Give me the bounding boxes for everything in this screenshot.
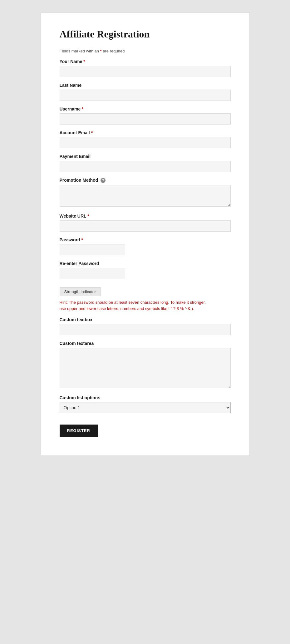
reenter-password-input[interactable] xyxy=(60,268,125,279)
custom-textarea-label: Custom textarea xyxy=(60,341,231,346)
your-name-input[interactable] xyxy=(60,66,231,77)
reenter-password-group: Re-enter Password xyxy=(60,261,231,279)
username-input[interactable] xyxy=(60,113,231,125)
account-email-required-star: * xyxy=(91,130,93,135)
password-required-star: * xyxy=(81,237,83,242)
username-label: Username * xyxy=(60,106,231,111)
custom-textbox-input[interactable] xyxy=(60,324,231,335)
custom-textarea-group: Custom textarea xyxy=(60,341,231,390)
last-name-input[interactable] xyxy=(60,90,231,101)
promotion-method-label: Promotion Method ? xyxy=(60,178,231,183)
custom-textbox-group: Custom textbox xyxy=(60,317,231,335)
strength-indicator-badge: Strength indicator xyxy=(60,287,101,296)
username-required-star: * xyxy=(82,106,83,111)
custom-list-options-group: Custom list options Option 1 Option 2 Op… xyxy=(60,395,231,413)
reenter-password-label: Re-enter Password xyxy=(60,261,231,266)
username-group: Username * xyxy=(60,106,231,125)
payment-email-group: Payment Email xyxy=(60,154,231,172)
custom-list-options-select[interactable]: Option 1 Option 2 Option 3 xyxy=(60,402,231,413)
website-url-required-star: * xyxy=(87,214,89,219)
promotion-method-textarea[interactable] xyxy=(60,185,231,207)
last-name-label: Last Name xyxy=(60,83,231,88)
register-button[interactable]: REGISTER xyxy=(60,425,98,437)
password-label: Password * xyxy=(60,237,231,242)
required-note: Fields marked with an * are required xyxy=(60,49,231,53)
page-title: Affiliate Registration xyxy=(60,28,231,40)
your-name-required-star: * xyxy=(83,59,85,64)
account-email-input[interactable] xyxy=(60,137,231,148)
strength-indicator-container: Strength indicator Hint: The password sh… xyxy=(60,285,231,312)
page-container: Affiliate Registration Fields marked wit… xyxy=(41,12,250,456)
your-name-label: Your Name * xyxy=(60,59,231,64)
password-input[interactable] xyxy=(60,244,125,255)
required-note-suffix: are required xyxy=(103,49,125,53)
website-url-group: Website URL * xyxy=(60,214,231,232)
last-name-group: Last Name xyxy=(60,83,231,101)
website-url-label: Website URL * xyxy=(60,214,231,219)
custom-textbox-label: Custom textbox xyxy=(60,317,231,322)
required-note-star: * xyxy=(100,49,102,53)
payment-email-input[interactable] xyxy=(60,161,231,172)
payment-email-label: Payment Email xyxy=(60,154,231,159)
account-email-group: Account Email * xyxy=(60,130,231,148)
password-hint-text: Hint: The password should be at least se… xyxy=(60,299,213,312)
required-note-text: Fields marked with an xyxy=(60,49,99,53)
promotion-method-group: Promotion Method ? xyxy=(60,178,231,208)
custom-textarea-input[interactable] xyxy=(60,348,231,388)
your-name-group: Your Name * xyxy=(60,59,231,77)
password-group: Password * xyxy=(60,237,231,255)
promotion-method-help-icon[interactable]: ? xyxy=(101,178,106,183)
website-url-input[interactable] xyxy=(60,220,231,232)
custom-list-options-label: Custom list options xyxy=(60,395,231,400)
account-email-label: Account Email * xyxy=(60,130,231,135)
